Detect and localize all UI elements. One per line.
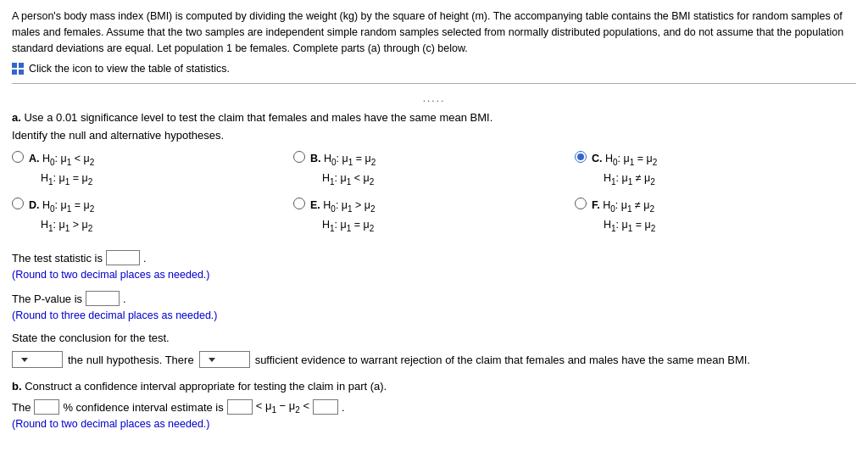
radio-a[interactable] [12, 151, 24, 163]
pvalue-note: (Round to three decimal places as needed… [12, 309, 856, 321]
test-stat-row: The test statistic is . [12, 250, 856, 265]
radio-e[interactable] [293, 198, 305, 209]
hyp-text-a: A. H0: μ1 < μ2 H1: μ1 = μ2 [29, 150, 94, 188]
hypothesis-option-c[interactable]: C. H0: μ1 = μ2 H1: μ1 ≠ μ2 [575, 150, 856, 188]
conclusion-label: State the conclusion for the test. [12, 332, 856, 344]
part-b-label: b. [12, 380, 22, 393]
dots-row: ..... [12, 92, 856, 104]
pvalue-row: The P-value is . [12, 291, 856, 306]
identify-label: Identify the null and alternative hypoth… [12, 129, 856, 142]
part-a-question: a. Use a 0.01 significance level to test… [12, 111, 856, 124]
ci-percent-input[interactable] [34, 399, 59, 415]
hyp-text-b: B. H0: μ1 = μ2 H1: μ1 < μ2 [310, 150, 376, 188]
radio-f[interactable] [575, 198, 587, 209]
intro-paragraph: A person's body mass index (BMI) is comp… [12, 8, 856, 56]
hypothesis-option-d[interactable]: D. H0: μ1 = μ2 H1: μ1 > μ2 [12, 197, 293, 235]
test-stat-label: The test statistic is [12, 252, 103, 265]
hyp-text-c: C. H0: μ1 = μ2 H1: μ1 ≠ μ2 [592, 150, 657, 188]
radio-c[interactable] [575, 151, 587, 163]
hyp-text-e: E. H0: μ1 > μ2 H1: μ1 = μ2 [310, 197, 376, 235]
click-icon-label: Click the icon to view the table of stat… [29, 63, 230, 75]
ci-period: . [342, 401, 345, 414]
test-stat-note: (Round to two decimal places as needed.) [12, 269, 856, 281]
hypothesis-option-f[interactable]: F. H0: μ1 ≠ μ2 H1: μ1 = μ2 [575, 197, 856, 235]
hypotheses-grid: A. H0: μ1 < μ2 H1: μ1 = μ2 B. H0: μ1 = μ… [12, 150, 856, 235]
dropdown2-arrow [209, 358, 215, 362]
hyp-text-d: D. H0: μ1 = μ2 H1: μ1 > μ2 [29, 197, 94, 235]
pvalue-label: The P-value is [12, 292, 82, 305]
hyp-text-f: F. H0: μ1 ≠ μ2 H1: μ1 = μ2 [592, 197, 655, 235]
conclusion-dropdown2[interactable] [199, 351, 250, 368]
conclusion-row: the null hypothesis. There sufficient ev… [12, 351, 856, 368]
part-b-question: b. Construct a confidence interval appro… [12, 380, 856, 393]
hypothesis-option-e[interactable]: E. H0: μ1 > μ2 H1: μ1 = μ2 [293, 197, 575, 235]
ci-mu-diff: < μ1 − μ2 < [256, 399, 309, 415]
ci-prefix: The [12, 401, 31, 414]
ci-row: The % confidence interval estimate is < … [12, 399, 856, 415]
test-stat-period: . [143, 252, 147, 265]
part-a-text: Use a 0.01 significance level to test th… [24, 111, 492, 124]
conclusion-end: sufficient evidence to warrant rejection… [255, 354, 750, 366]
grid-icon [12, 63, 24, 75]
conclusion-middle: the null hypothesis. There [68, 354, 194, 366]
ci-middle: % confidence interval estimate is [63, 401, 223, 414]
pvalue-period: . [123, 292, 126, 305]
test-stat-input[interactable] [106, 250, 140, 265]
pvalue-input[interactable] [86, 291, 120, 306]
radio-d[interactable] [12, 198, 24, 209]
conclusion-dropdown1[interactable] [12, 351, 63, 368]
click-icon-row[interactable]: Click the icon to view the table of stat… [12, 63, 856, 75]
divider [12, 83, 856, 84]
hypothesis-option-a[interactable]: A. H0: μ1 < μ2 H1: μ1 = μ2 [12, 150, 293, 188]
radio-b[interactable] [293, 151, 305, 163]
ci-upper-input[interactable] [313, 399, 338, 415]
hypothesis-option-b[interactable]: B. H0: μ1 = μ2 H1: μ1 < μ2 [293, 150, 575, 188]
part-b-text: Construct a confidence interval appropri… [25, 380, 387, 393]
part-a-label: a. [12, 111, 21, 124]
ci-lower-input[interactable] [227, 399, 253, 415]
dropdown1-arrow [21, 358, 28, 362]
ci-note: (Round to two decimal places as needed.) [12, 418, 856, 430]
